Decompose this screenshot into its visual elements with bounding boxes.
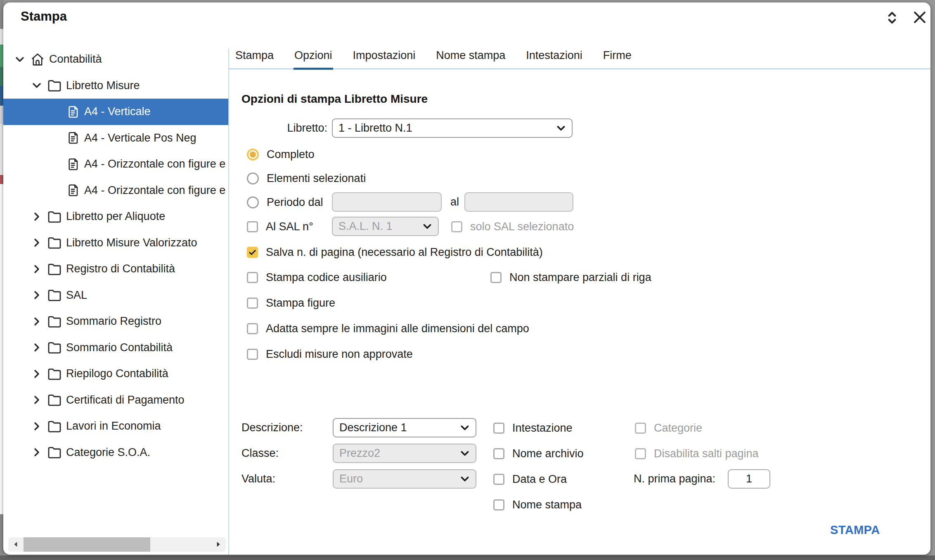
tab-opzioni[interactable]: Opzioni [294,43,333,70]
tree-item-a4-verticale[interactable]: A4 - Verticale [3,99,228,125]
folder-icon [46,234,63,251]
disabilita-salti-row: Disabilita salti pagina [635,444,759,463]
chevron-right-icon[interactable] [30,288,43,302]
tab-stampa[interactable]: Stampa [234,43,275,70]
chevron-down-icon [555,123,567,134]
tree-item-sommario-registro[interactable]: Sommario Registro [3,308,228,335]
scroll-right-icon[interactable] [213,540,223,549]
tree-item-libretto-misure-valorizzato[interactable]: Libretto Misure Valorizzato [3,230,228,256]
stampa-codice-label: Stampa codice ausiliario [266,271,387,284]
chevron-right-icon[interactable] [30,236,43,249]
stampa-codice-row: Stampa codice ausiliario [247,267,387,287]
periodo-al-label: al [450,192,459,212]
sal-select[interactable]: S.A.L. N. 1 [332,217,439,236]
tree-item-a4-verticale-pos-neg[interactable]: A4 - Verticale Pos Neg [3,125,228,151]
tab-bar: StampaOpzioniImpostazioniNome stampaInte… [229,43,930,69]
chevron-right-icon[interactable] [30,393,43,406]
chevron-right-icon[interactable] [30,446,43,459]
elementi-selezionati-radio[interactable] [247,172,259,184]
categorie-checkbox[interactable] [635,423,646,434]
al-sal-label: Al SAL n° [266,220,313,233]
completo-label: Completo [267,148,315,161]
al-sal-row: Al SAL n° [247,217,313,236]
options-heading: Opzioni di stampa Libretto Misure [241,92,428,106]
chevron-right-icon[interactable] [30,367,43,380]
resize-dialog-button[interactable] [882,7,902,28]
nome-stampa-checkbox[interactable] [493,499,504,510]
adatta-immagini-row: Adatta sempre le immagini alle dimension… [247,319,529,338]
tree-item-label: Libretto per Aliquote [66,210,165,223]
descrizione-select[interactable]: Descrizione 1 [333,418,476,437]
tree-item-label: Certificati di Pagamento [66,394,185,406]
tree-horizontal-scrollbar[interactable] [8,537,226,552]
classe-select[interactable]: Prezzo2 [333,444,476,463]
nome-archivio-label: Nome archivio [512,447,584,460]
periodo-label: Periodo dal [267,196,323,209]
tree-item-contabilit[interactable]: Contabilità [3,46,228,73]
escludi-misure-checkbox[interactable] [247,349,258,360]
scrollbar-thumb[interactable] [24,537,150,552]
tab-impostazioni[interactable]: Impostazioni [352,43,417,70]
nome-archivio-checkbox[interactable] [493,448,504,459]
tab-intestazioni[interactable]: Intestazioni [525,43,583,70]
chevron-right-icon[interactable] [30,315,43,328]
chevron-right-icon[interactable] [30,262,43,276]
tree-item-libretto-misure[interactable]: Libretto Misure [3,73,228,99]
unfold-more-icon [883,8,902,27]
nome-archivio-row: Nome archivio [493,444,584,463]
tree-item-registro-di-contabilit[interactable]: Registro di Contabilità [3,256,228,282]
stampa-figure-checkbox[interactable] [247,298,258,309]
tree-item-sal[interactable]: SAL [3,282,228,309]
tree-item-certificati-di-pagamento[interactable]: Certificati di Pagamento [3,387,228,414]
adatta-immagini-checkbox[interactable] [247,323,258,334]
valuta-select[interactable]: Euro [333,469,476,489]
periodo-dal-input[interactable] [332,192,442,212]
chevron-right-icon[interactable] [30,420,43,433]
salva-pagina-checkbox[interactable] [247,247,258,258]
document-icon [66,130,81,145]
tree-item-sommario-contabilit[interactable]: Sommario Contabilità [3,335,228,361]
periodo-al-input[interactable] [464,192,573,212]
chevron-right-icon[interactable] [30,210,43,223]
tab-firme[interactable]: Firme [602,43,632,70]
al-sal-checkbox[interactable] [247,221,258,232]
tree-item-libretto-per-aliquote[interactable]: Libretto per Aliquote [3,203,228,230]
chevron-down-icon[interactable] [13,53,26,66]
intestazione-checkbox[interactable] [493,423,504,434]
tree-item-lavori-in-economia[interactable]: Lavori in Economia [3,413,228,439]
scroll-left-icon[interactable] [12,540,21,549]
libretto-select[interactable]: 1 - Libretto N.1 [332,118,573,138]
elementi-selezionati-label: Elementi selezionati [267,172,366,185]
data-ora-checkbox[interactable] [493,474,504,485]
report-tree: ContabilitàLibretto MisureA4 - Verticale… [3,46,228,465]
radio-row-periodo: Periodo dal [247,192,323,212]
disabilita-salti-checkbox[interactable] [635,448,646,459]
valuta-label: Valuta: [241,469,275,489]
folder-icon [46,392,63,408]
valuta-select-value: Euro [339,473,459,485]
stampa-codice-checkbox[interactable] [247,272,258,283]
solo-sal-checkbox[interactable] [451,221,462,232]
chevron-right-icon[interactable] [30,341,43,354]
periodo-radio[interactable] [247,196,259,208]
adatta-immagini-label: Adatta sempre le immagini alle dimension… [266,322,529,335]
tree-item-riepilogo-contabilit[interactable]: Riepilogo Contabilità [3,361,228,387]
tree-item-a4-orizzontale-con-figure-e[interactable]: A4 - Orizzontale con figure e [3,151,228,177]
data-ora-row: Data e Ora [493,469,567,489]
tree-item-label: Contabilità [49,53,102,66]
tree-item-categorie-s-o-a[interactable]: Categorie S.O.A. [3,439,228,466]
classe-select-value: Prezzo2 [339,447,459,460]
chevron-down-icon [421,221,433,232]
chevron-down-icon[interactable] [30,79,43,92]
non-stampare-parziali-checkbox[interactable] [490,272,502,283]
tree-item-a4-orizzontale-con-figure-e[interactable]: A4 - Orizzontale con figure e [3,177,228,204]
close-button[interactable] [909,7,930,28]
libretto-select-value: 1 - Libretto N.1 [338,122,555,135]
n-prima-pagina-label: N. prima pagina: [634,469,715,489]
folder-icon [46,366,63,382]
tab-nome-stampa[interactable]: Nome stampa [435,43,506,70]
salva-pagina-label: Salva n. di pagina (necessario al Regist… [266,246,543,259]
stampa-button[interactable]: STAMPA [830,523,880,537]
n-prima-pagina-input[interactable] [728,469,770,489]
completo-radio[interactable] [247,149,259,161]
